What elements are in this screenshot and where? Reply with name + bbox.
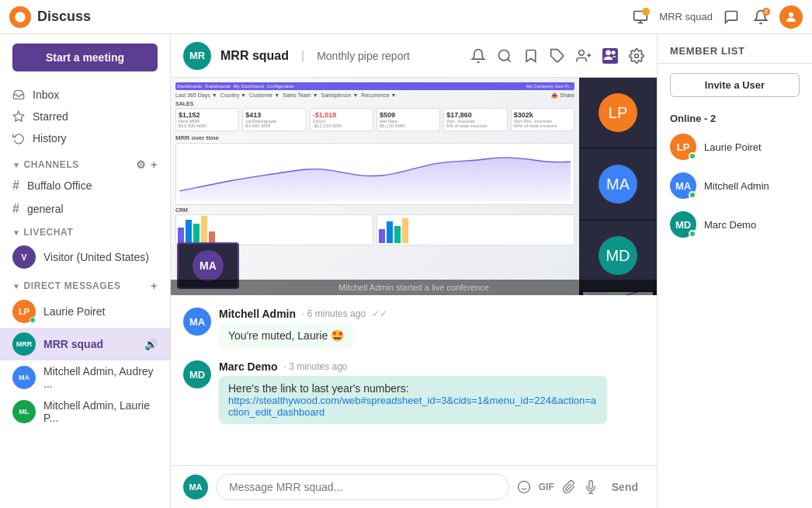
inbox-label: Inbox xyxy=(33,89,59,101)
right-panel: MEMBER LIST Invite a User Online - 2 LP … xyxy=(657,34,812,508)
mitchell-laurie-name: Mitchell Admin, Laurie P... xyxy=(43,399,158,424)
member-name-mitchell: Mitchell Admin xyxy=(704,180,769,192)
conference-sidebar-videos: LP MA MD xyxy=(579,78,657,295)
sidebar-item-visitor[interactable]: V Visitor (United States) xyxy=(0,241,170,273)
svg-point-4 xyxy=(789,12,793,17)
svg-point-6 xyxy=(499,50,509,60)
sidebar-item-mitchell-laurie[interactable]: ML Mitchell Admin, Laurie P... xyxy=(0,395,170,429)
input-icons: GIF xyxy=(517,480,598,494)
channels-collapse-arrow[interactable]: ▼ xyxy=(12,161,21,169)
channels-add-icon[interactable]: + xyxy=(151,158,158,171)
channel-hash-icon: # xyxy=(12,202,19,216)
sidebar-item-history[interactable]: History xyxy=(0,127,170,149)
channel-name: Buffalo Office xyxy=(27,179,92,192)
member-list-header: MEMBER LIST xyxy=(658,34,812,64)
member-item: MD Marc Demo xyxy=(658,205,812,244)
message-input[interactable] xyxy=(216,474,509,500)
livechat-section-header: ▼ LIVECHAT xyxy=(0,221,170,241)
member-online-dot xyxy=(689,230,696,238)
search-icon[interactable] xyxy=(497,48,512,64)
message-input-avatar: MA xyxy=(183,475,208,499)
message-bubble: You're muted, Laurie 🤩 xyxy=(219,323,353,348)
message-link[interactable]: https://stealthywood.com/web#spreadsheet… xyxy=(228,395,598,418)
livechat-collapse-arrow[interactable]: ▼ xyxy=(12,228,21,237)
dm-actions: + xyxy=(151,280,158,292)
message-check: ✓✓ xyxy=(372,308,387,319)
notifications-icon[interactable]: 2 xyxy=(750,6,772,28)
conf-thumb-1: LP xyxy=(579,78,657,148)
channel-hash-icon: # xyxy=(12,179,19,193)
mitchell-audrey-avatar: MA xyxy=(12,366,36,389)
sidebar-item-general[interactable]: # general xyxy=(0,197,170,221)
app-logo xyxy=(9,6,31,28)
message-avatar: MD xyxy=(183,360,211,388)
starred-label: Starred xyxy=(33,110,68,123)
mute-icon: 🔊 xyxy=(144,338,158,350)
mitchell-audrey-name: Mitchell Admin, Audrey ... xyxy=(43,365,158,390)
sidebar: Start a meeting Inbox Starred History ▼ … xyxy=(0,34,171,508)
member-item: MA Mitchell Admin xyxy=(658,166,812,205)
message-bubble-link: Here's the link to last year's numbers: … xyxy=(219,376,607,424)
member-avatar-laurie: LP xyxy=(670,134,696,160)
message-row: MD Marc Demo · 3 minutes ago Here's the … xyxy=(183,360,644,424)
sidebar-item-laurie[interactable]: LP Laurie Poiret xyxy=(0,295,170,328)
sidebar-item-buffalo-office[interactable]: # Buffalo Office xyxy=(0,174,170,197)
send-button[interactable]: Send xyxy=(606,478,644,496)
message-header: Marc Demo · 3 minutes ago xyxy=(219,360,644,373)
conf-thumb-2: MA xyxy=(579,149,657,219)
sidebar-item-mrr-squad[interactable]: MRR MRR squad 🔊 xyxy=(0,328,170,360)
sidebar-nav: Inbox Starred History xyxy=(0,81,170,152)
sidebar-item-inbox[interactable]: Inbox xyxy=(0,84,170,106)
bookmark-icon[interactable] xyxy=(523,48,539,64)
member-online-dot xyxy=(689,152,696,160)
conference-main-screen: Dashboards Dashboards My Dashboard Confi… xyxy=(171,78,579,295)
svg-rect-12 xyxy=(602,48,618,64)
main-layout: Start a meeting Inbox Starred History ▼ … xyxy=(0,34,812,508)
bell-icon[interactable] xyxy=(470,48,486,64)
invite-user-button[interactable]: Invite a User xyxy=(670,73,800,97)
chat-header: MR MRR squad | Monthly pipe report xyxy=(171,34,657,78)
message-header: Mitchell Admin · 6 minutes ago ✓✓ xyxy=(219,308,644,320)
laurie-avatar: LP xyxy=(12,300,36,323)
message-time: · 6 minutes ago xyxy=(302,308,366,319)
chat-icon[interactable] xyxy=(720,6,742,28)
screen-icon[interactable] xyxy=(630,6,651,28)
mrr-squad-avatar: MRR xyxy=(12,332,36,356)
sidebar-item-starred[interactable]: Starred xyxy=(0,106,170,127)
chat-header-subtitle: Monthly pipe report xyxy=(317,50,410,62)
tag-icon[interactable] xyxy=(550,48,565,64)
user-avatar[interactable] xyxy=(779,5,803,29)
conference-status: Mitchell Admin started a live conference xyxy=(171,280,657,295)
topbar-right: MRR squad 2 xyxy=(630,5,803,29)
visitor-avatar: V xyxy=(12,245,36,269)
message-text: Here's the link to last year's numbers: xyxy=(228,382,598,395)
dm-label: DIRECT MESSAGES xyxy=(24,280,121,291)
members-icon[interactable] xyxy=(602,48,618,64)
svg-point-9 xyxy=(579,50,585,55)
channels-settings-icon[interactable]: ⚙ xyxy=(136,158,147,171)
add-member-icon[interactable] xyxy=(576,48,592,64)
visitor-name: Visitor (United States) xyxy=(43,251,149,263)
topbar: Discuss MRR squad 2 xyxy=(0,0,812,34)
member-avatar-mitchell: MA xyxy=(670,172,696,199)
message-row: MA Mitchell Admin · 6 minutes ago ✓✓ You… xyxy=(183,308,644,348)
gif-button[interactable]: GIF xyxy=(539,482,554,492)
member-online-dot xyxy=(689,191,696,199)
laurie-online-dot xyxy=(29,317,36,323)
svg-line-7 xyxy=(508,58,511,61)
svg-point-19 xyxy=(518,482,529,493)
microphone-icon[interactable] xyxy=(584,480,598,494)
message-author: Marc Demo xyxy=(219,360,277,373)
start-meeting-button[interactable]: Start a meeting xyxy=(12,43,158,71)
sidebar-item-mitchell-audrey[interactable]: MA Mitchell Admin, Audrey ... xyxy=(0,360,170,395)
screen-badge xyxy=(642,8,650,16)
settings-icon[interactable] xyxy=(629,48,644,64)
emoji-icon[interactable] xyxy=(517,480,531,494)
attachment-icon[interactable] xyxy=(562,480,576,494)
channel-name: general xyxy=(27,203,64,215)
member-name-marc: Marc Demo xyxy=(704,219,756,231)
chat-header-avatar: MR xyxy=(183,42,211,70)
dm-collapse-arrow[interactable]: ▼ xyxy=(12,282,21,291)
message-avatar: MA xyxy=(183,308,211,336)
dm-add-icon[interactable]: + xyxy=(151,280,158,292)
